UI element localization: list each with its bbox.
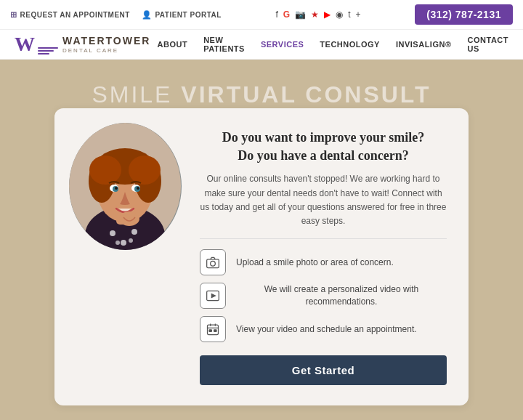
twitter-icon[interactable]: t <box>348 9 350 20</box>
step-3-text: View your video and schedule an appointm… <box>236 323 417 336</box>
nav-invisalign[interactable]: INVISALIGN® <box>396 40 452 49</box>
card-description: Our online consults haven't stopped! We … <box>200 172 447 239</box>
svg-point-6 <box>129 238 133 243</box>
hero-title: SMILE VIRTUAL CONSULT <box>15 81 508 108</box>
logo-w-letter: W <box>15 34 35 54</box>
top-bar: ⊞ REQUEST AN APPOINTMENT 👤 PATIENT PORTA… <box>0 0 523 30</box>
calendar-schedule-icon <box>200 316 226 342</box>
logo-text: WATERTOWER DENTAL CARE <box>62 35 150 54</box>
heading-line2: Do you have a dental concern? <box>238 148 409 163</box>
google-icon[interactable]: G <box>283 9 290 20</box>
hero-section: SMILE VIRTUAL CONSULT <box>0 60 523 420</box>
svg-point-3 <box>121 240 126 246</box>
steps-list: Upload a smile photo or area of concern.… <box>200 249 447 342</box>
logo-icon: W <box>15 34 58 54</box>
logo-line-1 <box>38 47 58 49</box>
nav-services[interactable]: SERVICES <box>261 40 304 49</box>
camera-icon <box>200 249 226 275</box>
step-1: Upload a smile photo or area of concern. <box>200 249 447 275</box>
nav-contact[interactable]: CONTACT US <box>468 36 508 53</box>
phone-button[interactable]: (312) 787-2131 <box>415 4 513 25</box>
play-icon <box>200 283 226 309</box>
svg-rect-26 <box>209 330 211 332</box>
svg-point-19 <box>137 187 139 190</box>
facebook-icon[interactable]: f <box>276 9 278 20</box>
portal-link[interactable]: 👤 PATIENT PORTAL <box>142 10 222 20</box>
svg-point-22 <box>211 261 216 266</box>
svg-point-12 <box>89 156 121 185</box>
logo-line-2 <box>38 50 54 52</box>
top-bar-left: ⊞ REQUEST AN APPOINTMENT 👤 PATIENT PORTA… <box>10 10 222 20</box>
user-icon: 👤 <box>142 10 153 20</box>
card-content: Do you want to improve your smile? Do yo… <box>200 129 447 385</box>
svg-point-4 <box>131 229 137 235</box>
svg-point-20 <box>119 211 139 226</box>
calendar-icon: ⊞ <box>10 10 17 20</box>
logo-line-3 <box>38 53 49 54</box>
logo: W WATERTOWER DENTAL CARE <box>15 34 143 54</box>
step-1-text: Upload a smile photo or area of concern. <box>236 257 394 269</box>
step-2-text: We will create a personalized video with… <box>236 283 447 308</box>
logo-name: WATERTOWER <box>62 35 150 47</box>
social-links: f G 📷 ★ ▶ ◉ t + <box>276 9 361 20</box>
appointment-label: REQUEST AN APPOINTMENT <box>20 11 130 19</box>
svg-rect-27 <box>214 330 216 332</box>
rss-icon[interactable]: ◉ <box>336 9 343 20</box>
nav-technology[interactable]: TECHNOLOGY <box>320 40 380 49</box>
heading-line1: Do you want to improve your smile? <box>222 130 424 145</box>
get-started-button[interactable]: Get Started <box>200 355 447 385</box>
main-nav: ABOUT NEW PATIENTS SERVICES TECHNOLOGY I… <box>158 36 508 53</box>
card-heading: Do you want to improve your smile? Do yo… <box>200 129 447 165</box>
nav-new-patients[interactable]: NEW PATIENTS <box>203 36 245 53</box>
portal-label: PATIENT PORTAL <box>155 11 221 19</box>
hero-title-bold: VIRTUAL CONSULT <box>181 81 431 108</box>
step-2: We will create a personalized video with… <box>200 283 447 309</box>
svg-point-5 <box>115 241 120 245</box>
logo-sub: DENTAL CARE <box>62 47 118 54</box>
header: W WATERTOWER DENTAL CARE ABOUT NEW PATIE… <box>0 30 523 60</box>
avatar <box>69 123 182 250</box>
yelp-icon[interactable]: ★ <box>311 9 319 20</box>
svg-point-18 <box>115 187 118 190</box>
svg-rect-21 <box>207 259 219 268</box>
nav-about[interactable]: ABOUT <box>158 40 188 49</box>
instagram-icon[interactable]: 📷 <box>295 9 306 20</box>
step-3: View your video and schedule an appointm… <box>200 316 447 342</box>
hero-title-normal: SMILE <box>92 81 181 108</box>
appointment-link[interactable]: ⊞ REQUEST AN APPOINTMENT <box>10 10 130 20</box>
logo-lines <box>38 47 58 54</box>
plus-icon[interactable]: + <box>356 9 361 20</box>
svg-marker-24 <box>211 294 215 298</box>
consult-card: Do you want to improve your smile? Do yo… <box>54 108 469 405</box>
svg-point-2 <box>110 230 115 236</box>
svg-point-13 <box>129 156 161 185</box>
youtube-icon[interactable]: ▶ <box>324 9 331 20</box>
